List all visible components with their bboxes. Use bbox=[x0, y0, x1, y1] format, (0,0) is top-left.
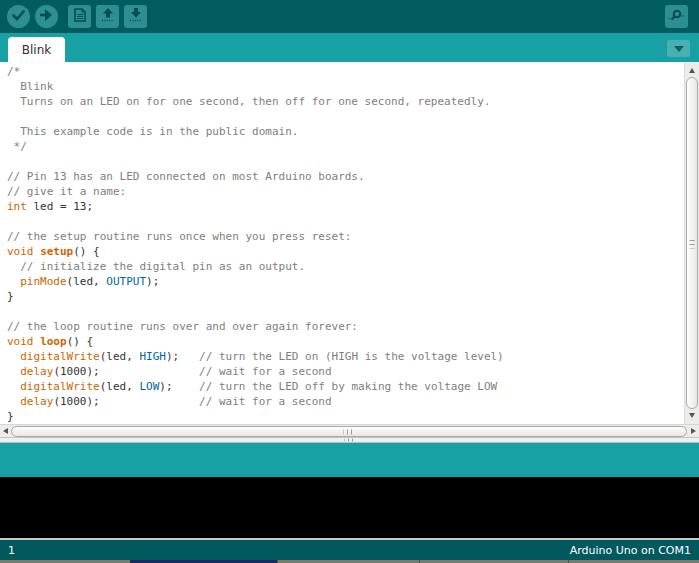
console-output bbox=[0, 477, 699, 540]
triangle-left-icon bbox=[3, 428, 8, 434]
splitter-grip-icon bbox=[344, 439, 355, 442]
arrow-right-icon bbox=[40, 9, 53, 24]
board-port-label: Arduino Uno on COM1 bbox=[570, 544, 691, 557]
arrow-down-tray-icon bbox=[129, 8, 143, 25]
check-icon bbox=[12, 9, 25, 24]
tab-label: Blink bbox=[22, 43, 51, 57]
verify-button[interactable] bbox=[7, 5, 30, 28]
vertical-scrollbar[interactable] bbox=[684, 62, 699, 424]
scrollbar-grip-icon bbox=[690, 238, 695, 249]
tab-menu-button[interactable] bbox=[667, 40, 690, 57]
scroll-left-button[interactable] bbox=[0, 425, 11, 437]
tab-bar: Blink bbox=[0, 33, 699, 62]
triangle-down-icon bbox=[689, 413, 695, 418]
code-lines: /* Blink Turns on an LED on for one seco… bbox=[7, 64, 504, 424]
scroll-up-button[interactable] bbox=[685, 63, 699, 78]
horizontal-scrollbar-thumb[interactable] bbox=[11, 426, 687, 437]
triangle-up-icon bbox=[689, 68, 695, 73]
save-button[interactable] bbox=[124, 5, 147, 28]
status-line-number: 1 bbox=[8, 544, 15, 557]
scrollbar-grip-icon bbox=[344, 429, 355, 434]
code-editor[interactable]: /* Blink Turns on an LED on for one seco… bbox=[0, 62, 699, 424]
triangle-right-icon bbox=[691, 428, 696, 434]
toolbar bbox=[0, 0, 699, 33]
chevron-down-icon bbox=[674, 46, 684, 52]
open-button[interactable] bbox=[96, 5, 119, 28]
horizontal-scrollbar[interactable] bbox=[0, 424, 699, 437]
tab-blink[interactable]: Blink bbox=[8, 37, 65, 62]
serial-monitor-button[interactable] bbox=[665, 5, 688, 28]
magnifier-icon bbox=[668, 8, 685, 25]
arrow-up-tray-icon bbox=[101, 8, 115, 25]
vertical-scrollbar-thumb[interactable] bbox=[686, 77, 698, 409]
arduino-ide-window: Blink /* Blink Turns on an LED on for on… bbox=[0, 0, 699, 563]
status-bar: 1 Arduino Uno on COM1 bbox=[0, 540, 699, 560]
new-sketch-button[interactable] bbox=[68, 5, 91, 28]
message-area bbox=[0, 443, 699, 477]
scroll-down-button[interactable] bbox=[685, 408, 699, 423]
document-icon bbox=[74, 8, 86, 25]
upload-button[interactable] bbox=[35, 5, 58, 28]
scroll-right-button[interactable] bbox=[688, 425, 699, 437]
